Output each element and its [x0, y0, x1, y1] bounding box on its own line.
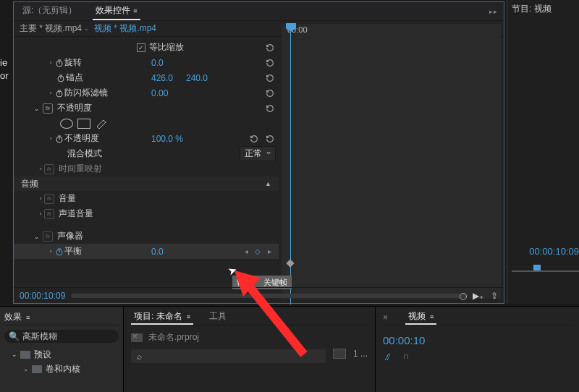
- caret-down-icon[interactable]: ⌄: [12, 351, 17, 358]
- fx-badge-icon[interactable]: fx: [43, 231, 53, 242]
- magnet-icon[interactable]: ∩: [403, 351, 410, 362]
- balance-value[interactable]: 0.0: [151, 247, 164, 257]
- reset-icon[interactable]: [264, 133, 276, 145]
- collapse-icon[interactable]: ▲: [265, 180, 271, 187]
- stopwatch-icon[interactable]: [54, 58, 64, 68]
- tab-project[interactable]: 项目: 未命名≡: [131, 310, 193, 325]
- program-monitor-panel: 节目: 视频 00:00:10:09: [507, 0, 579, 304]
- new-bin-icon[interactable]: [333, 349, 346, 359]
- master-clip-label[interactable]: 主要 * 视频.mp4: [20, 22, 82, 35]
- opacity-value[interactable]: 100.0 %: [151, 134, 183, 144]
- fx-badge-icon[interactable]: fx: [44, 194, 54, 204]
- reset-icon[interactable]: [264, 88, 276, 99]
- panel-menu-icon[interactable]: ≡: [26, 314, 30, 321]
- rotation-value[interactable]: 0.0: [151, 58, 164, 68]
- project-search-input[interactable]: [142, 351, 320, 362]
- stopwatch-active-icon[interactable]: [54, 247, 64, 257]
- tab-effect-controls[interactable]: 效果控件≡: [93, 2, 140, 20]
- current-timecode[interactable]: 00:00:10:09: [20, 291, 65, 301]
- row-anchor-point: 锚点 426.0 240.0: [14, 70, 279, 85]
- clear-search-icon[interactable]: ×: [131, 331, 139, 341]
- properties-list: ✓ 等比缩放 › 旋转 0.0 锚点 426.0 240.0 ›: [14, 40, 279, 259]
- rect-mask-icon[interactable]: [77, 119, 90, 129]
- row-time-remapping[interactable]: › fx 时间重映射: [14, 161, 279, 176]
- close-tab-icon[interactable]: ×: [383, 312, 388, 323]
- reset-icon[interactable]: [248, 133, 260, 145]
- caret-icon[interactable]: ›: [47, 135, 54, 142]
- anchor-y-value[interactable]: 240.0: [186, 73, 208, 83]
- search-icon: 🔍: [9, 331, 20, 341]
- tree-item-convolution[interactable]: ⌄ 卷和内核: [4, 362, 119, 376]
- project-search[interactable]: ⌕: [131, 349, 326, 363]
- prev-keyframe-icon[interactable]: ◂: [241, 247, 251, 255]
- pen-mask-icon[interactable]: [95, 119, 108, 129]
- row-mask-shapes: [14, 116, 279, 131]
- row-opacity-header[interactable]: ⌄ fx 不透明度: [14, 101, 279, 116]
- caret-icon[interactable]: ›: [47, 59, 54, 66]
- reset-icon[interactable]: [264, 103, 276, 114]
- checkbox[interactable]: ✓: [137, 43, 145, 52]
- project-filename: 未命名.prproj: [148, 331, 199, 344]
- panel-menu-icon[interactable]: ≡: [133, 7, 137, 14]
- keyframe-nav: ◂ ◇ ▸: [241, 247, 274, 255]
- stopwatch-icon[interactable]: [54, 134, 64, 144]
- caret-icon[interactable]: ›: [47, 248, 54, 255]
- program-tab[interactable]: 节目: 视频: [512, 3, 575, 15]
- caret-down-icon[interactable]: ⌄: [23, 365, 29, 372]
- loop-play-icon[interactable]: ▶₊: [473, 291, 483, 301]
- caret-icon[interactable]: ›: [37, 166, 44, 172]
- flicker-label: 防闪烁滤镜: [64, 87, 108, 99]
- sequence-clip-label[interactable]: 视频 * 视频.mp4: [94, 22, 156, 35]
- fx-badge-icon[interactable]: fx: [44, 164, 54, 174]
- snap-icon[interactable]: ⫽: [383, 351, 393, 362]
- tab-source[interactable]: 源:（无剪辑）: [20, 2, 80, 20]
- tab-sequence[interactable]: 视频≡: [405, 310, 436, 325]
- effects-search-input[interactable]: [22, 331, 131, 341]
- stopwatch-icon[interactable]: [56, 73, 66, 83]
- mini-scrubber[interactable]: [71, 294, 467, 298]
- timeline-ruler-area[interactable]: [282, 24, 501, 299]
- export-icon[interactable]: ⇪: [491, 291, 498, 301]
- effects-panel: 效果≡ 🔍 × ⌄ 预设 ⌄ 卷和内核: [0, 307, 123, 392]
- flicker-value[interactable]: 0.00: [151, 88, 168, 98]
- caret-icon[interactable]: ›: [47, 90, 54, 96]
- channel-volume-label: 声道音量: [59, 208, 93, 220]
- sequence-timecode[interactable]: 00:00:10: [383, 334, 572, 346]
- caret-down-icon[interactable]: ⌄: [34, 105, 40, 112]
- row-volume[interactable]: › fx 音量: [14, 191, 279, 206]
- fx-badge-icon[interactable]: fx: [44, 209, 54, 219]
- effect-controls-panel: 源:（无剪辑） 效果控件≡ ▸▸ 00:00 主要 * 视频.mp4 ⌄ 视频 …: [13, 1, 504, 304]
- reset-icon[interactable]: [264, 72, 276, 84]
- caret-down-icon[interactable]: ⌄: [34, 233, 40, 240]
- panel-menu-icon[interactable]: ≡: [430, 313, 434, 320]
- program-playhead[interactable]: [533, 265, 541, 270]
- bottom-panel-group: 效果≡ 🔍 × ⌄ 预设 ⌄ 卷和内核 项目: 未命名≡ 工具: [0, 306, 579, 392]
- effects-search[interactable]: 🔍 ×: [4, 330, 119, 343]
- reset-icon[interactable]: [264, 42, 276, 54]
- audio-label: 音频: [21, 178, 38, 190]
- reset-icon[interactable]: [264, 57, 276, 69]
- ellipse-mask-icon[interactable]: [60, 119, 73, 129]
- tree-item-presets[interactable]: ⌄ 预设: [4, 347, 119, 362]
- chevron-down-icon[interactable]: ⌄: [84, 25, 89, 32]
- tab-tools[interactable]: 工具: [206, 310, 229, 325]
- blend-mode-dropdown[interactable]: 正常: [240, 146, 276, 161]
- convolution-label: 卷和内核: [46, 363, 80, 375]
- row-opacity: › 不透明度 100.0 %: [14, 131, 279, 146]
- row-channel-volume[interactable]: › fx 声道音量: [14, 206, 279, 221]
- audio-section-header[interactable]: 音频 ▲: [14, 176, 279, 191]
- stopwatch-icon[interactable]: [54, 88, 64, 98]
- row-panner[interactable]: ⌄ fx 声像器: [14, 229, 279, 244]
- panel-menu-icon[interactable]: ≡: [187, 313, 190, 320]
- next-keyframe-icon[interactable]: ▸: [264, 247, 274, 255]
- time-remapping-label: 时间重映射: [59, 163, 102, 175]
- fx-badge-icon[interactable]: fx: [43, 103, 53, 114]
- tab-scroll-arrows[interactable]: ▸▸: [489, 8, 498, 15]
- program-timecode[interactable]: 00:00:10:09: [529, 246, 579, 257]
- caret-icon[interactable]: ›: [37, 195, 44, 202]
- caret-icon[interactable]: ›: [37, 210, 44, 217]
- program-scrubber[interactable]: [512, 265, 579, 272]
- tab-effects[interactable]: 效果≡: [4, 310, 119, 325]
- anchor-x-value[interactable]: 426.0: [151, 73, 173, 83]
- add-keyframe-icon[interactable]: ◇: [253, 247, 263, 255]
